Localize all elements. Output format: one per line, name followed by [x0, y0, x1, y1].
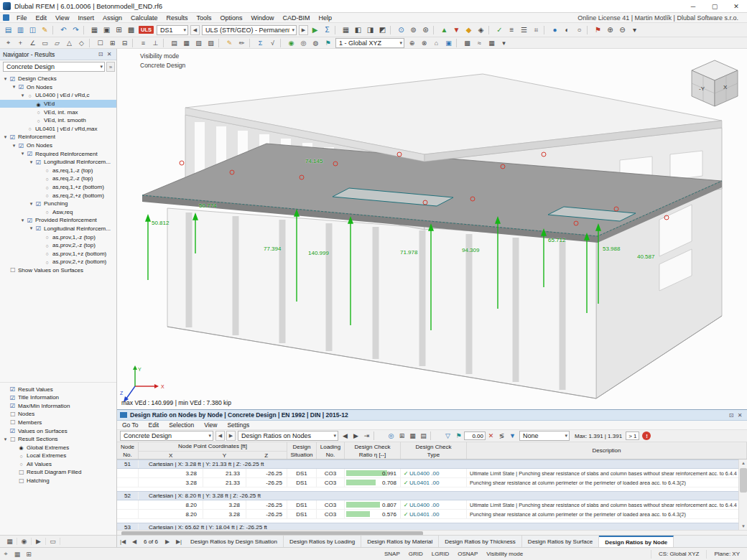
tree-item[interactable]: UL0400 | vEd / vRd,c — [0, 91, 116, 100]
toolbar-icon[interactable]: ▩ — [461, 39, 473, 47]
toolbar-icon[interactable]: ⊖ — [616, 26, 628, 34]
tree-item-control[interactable] — [17, 460, 25, 467]
toolbar-icon[interactable]: ∠ — [27, 39, 39, 47]
tree-item-control[interactable] — [17, 444, 25, 451]
panel-menu-item[interactable]: Go To — [117, 421, 144, 429]
tree-item[interactable]: Local Extremes — [0, 452, 116, 460]
table-toolbar-icon[interactable] — [430, 431, 441, 440]
table-toolbar-icon[interactable] — [374, 431, 384, 440]
toolbar-icon[interactable]: ⊙ — [395, 26, 407, 34]
tree-item-control[interactable] — [34, 101, 42, 108]
tree-item[interactable]: as,req,2,-z (top) — [0, 174, 116, 183]
prev-table-icon[interactable] — [129, 538, 140, 545]
model-viewport[interactable]: X Y Z -Y X Visibility mode Concrete Desi… — [117, 49, 747, 409]
toolbar-icon[interactable]: ⌗ — [530, 26, 542, 34]
toolbar-icon[interactable]: ▭ — [39, 39, 51, 47]
toolbar-icon[interactable]: ◐ — [561, 26, 573, 34]
tree-item[interactable]: Members — [0, 419, 116, 427]
tree-item-control[interactable] — [17, 142, 25, 149]
status-toggle[interactable]: Visibility mode — [486, 551, 523, 557]
toolbar-icon[interactable] — [587, 26, 590, 34]
toolbar-icon[interactable]: ○ — [573, 26, 585, 34]
toolbar-icon[interactable]: ✓ — [493, 26, 506, 34]
tree-item[interactable]: as,req,1,+z (bottom) — [0, 183, 116, 192]
panel-menu-item[interactable]: Selection — [164, 421, 199, 429]
first-table-icon[interactable] — [117, 538, 129, 545]
snap-icon[interactable] — [0, 550, 11, 558]
status-toggle[interactable]: LGRID — [432, 551, 449, 557]
toolbar-icon[interactable]: Σ — [254, 39, 266, 47]
tree-item-control[interactable] — [9, 411, 17, 418]
tree-item-control[interactable] — [43, 250, 51, 257]
table-row[interactable]: 52 Cartesian | X: 8.20 ft | Y: 3.28 ft |… — [117, 491, 747, 500]
toolbar-icon[interactable]: ⊞ — [106, 39, 119, 47]
tree-item-control[interactable] — [43, 167, 51, 174]
table-row[interactable]: 8.20 3.28 -26.25 DS1 CO3 0.576 UL0401 .0… — [117, 510, 747, 519]
menu-item[interactable]: Options — [215, 14, 246, 22]
tree-item[interactable]: Asw,req — [0, 208, 116, 217]
expander-icon[interactable] — [2, 437, 9, 442]
tree-item-control[interactable] — [9, 436, 17, 443]
tree-item-control[interactable] — [17, 477, 25, 485]
toolbar-icon[interactable] — [335, 26, 338, 34]
table-toolbar-icon[interactable]: ▦ — [407, 432, 418, 439]
toolbar-icon[interactable]: ⊥ — [149, 39, 162, 47]
expander-icon[interactable] — [19, 151, 26, 157]
toolbar-icon[interactable] — [132, 39, 136, 47]
view-cube[interactable]: -Y X — [692, 60, 738, 106]
osnap-icon[interactable] — [23, 551, 34, 558]
tree-item-control[interactable] — [17, 469, 25, 476]
tree-item-control[interactable] — [17, 452, 25, 459]
tree-item-control[interactable] — [9, 386, 17, 393]
toolbar-icon[interactable]: ▶ — [309, 26, 321, 34]
table-toolbar-icon[interactable]: ▤ — [418, 432, 429, 439]
toolbar-icon[interactable]: ▦ — [340, 26, 352, 34]
expander-icon[interactable] — [11, 84, 17, 90]
expander-icon[interactable] — [19, 218, 26, 223]
design-type-combo[interactable]: Concrete Design — [3, 62, 105, 72]
tree-item-control[interactable] — [43, 242, 51, 249]
maximize-button[interactable] — [704, 0, 725, 12]
tree-item-control[interactable] — [26, 125, 34, 132]
toolbar-icon[interactable]: ◉ — [285, 39, 297, 47]
tree-item[interactable]: Longitudinal Reinforcem... — [0, 158, 116, 167]
toolbar-icon[interactable]: ▩ — [125, 26, 137, 34]
tree-item[interactable]: VEd, int. smooth — [0, 116, 116, 125]
load-combination-combo[interactable]: ULS (STR/GEO) - Permanent an... — [202, 25, 297, 35]
toolbar-icon[interactable]: ▦ — [180, 39, 192, 47]
tree-item-control[interactable] — [43, 258, 51, 266]
toolbar-icon[interactable]: ◆ — [463, 26, 475, 34]
smoothing-combo[interactable]: None — [519, 431, 570, 441]
tree-item[interactable]: UL0401 | vEd / vRd,max — [0, 125, 116, 134]
tree-item[interactable]: Required Reinforcement — [0, 149, 116, 158]
expander-icon[interactable] — [19, 93, 26, 98]
table-row[interactable]: 3.28 21.33 -26.25 DS1 CO3 0.991 UL0400 .… — [117, 469, 747, 478]
table-tab[interactable]: Design Ratios by Surface — [522, 536, 599, 547]
tree-item-control[interactable] — [9, 427, 17, 434]
tree-item-control[interactable] — [26, 92, 34, 99]
tree-item-control[interactable] — [34, 159, 42, 166]
collapse-panel-button[interactable] — [106, 62, 115, 72]
expander-icon[interactable] — [2, 134, 9, 140]
tree-item-control[interactable] — [43, 192, 51, 199]
tree-item-control[interactable] — [9, 394, 17, 401]
close-icon[interactable] — [105, 51, 113, 57]
toolbar-icon[interactable]: + — [14, 39, 27, 47]
menu-item[interactable]: Assign — [98, 14, 126, 22]
tree-item-control[interactable] — [43, 208, 51, 215]
panel-menu-item[interactable]: Edit — [144, 421, 164, 429]
next-table-icon[interactable] — [162, 538, 173, 545]
toolbar-icon[interactable] — [83, 26, 87, 34]
toolbar-icon[interactable]: ▣ — [101, 26, 113, 34]
scroll-up-icon[interactable] — [739, 459, 747, 467]
table-toolbar-icon[interactable]: ≶ — [496, 432, 507, 439]
toolbar-icon[interactable]: ▧ — [192, 39, 205, 47]
toolbar-icon[interactable]: √ — [266, 39, 279, 47]
tree-item[interactable]: VEd, int. max — [0, 108, 116, 116]
last-table-icon[interactable] — [173, 538, 185, 545]
table-tab[interactable]: Design Ratios by Loading — [284, 536, 361, 547]
design-situation-combo[interactable]: DS1 — [157, 25, 188, 35]
expander-icon[interactable] — [28, 225, 34, 231]
tree-item-control[interactable] — [9, 402, 17, 409]
work-plane-status[interactable]: Plane: XY — [706, 550, 747, 559]
